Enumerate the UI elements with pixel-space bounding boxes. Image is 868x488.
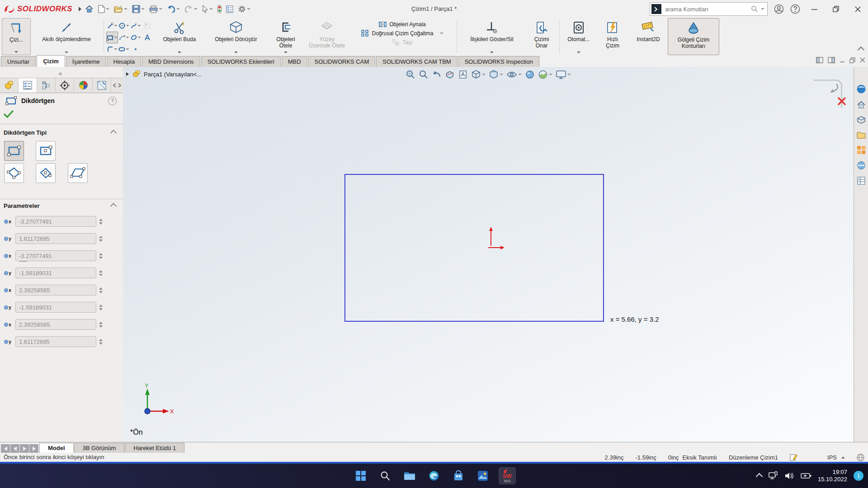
tags-globe-icon[interactable] — [857, 454, 864, 461]
hide-show-items-button[interactable] — [506, 70, 522, 79]
edge-button[interactable] — [425, 467, 443, 484]
zoom-area-button[interactable] — [419, 70, 429, 80]
parallelogram-type-button[interactable] — [68, 163, 88, 183]
auto-dimension-caret-icon[interactable] — [577, 52, 580, 53]
network-icon[interactable] — [768, 471, 778, 480]
parameter-spinner[interactable] — [98, 285, 104, 295]
zoom-fit-button[interactable] — [406, 70, 415, 80]
cancel-sketch-icon[interactable] — [837, 97, 846, 106]
tab-mbd[interactable]: MBD — [282, 56, 307, 67]
line-caret-icon[interactable] — [114, 25, 118, 27]
parameters-section-header[interactable]: Parametreler — [4, 202, 119, 209]
parameter-spinner[interactable] — [98, 251, 104, 261]
next-tab-button[interactable] — [20, 444, 29, 453]
store-button[interactable] — [450, 467, 467, 484]
parameter-spinner[interactable] — [98, 216, 104, 226]
linear-pattern-caret-icon[interactable] — [440, 33, 443, 34]
search-input[interactable] — [664, 5, 748, 13]
design-library-icon[interactable] — [857, 116, 866, 125]
exit-sketch-icon[interactable] — [827, 83, 839, 94]
circle-tool-button[interactable] — [118, 20, 130, 32]
pane-right-icon[interactable] — [828, 57, 835, 63]
first-tab-button[interactable] — [1, 444, 10, 453]
display-delete-relations-button[interactable]: İlişkileri Göster/Sil — [458, 18, 525, 55]
line-tool-button[interactable] — [106, 20, 118, 32]
parameter-spinner[interactable] — [98, 268, 104, 278]
repair-sketch-button[interactable]: Çizimi Onar — [525, 18, 558, 55]
display-style-caret-icon[interactable] — [500, 74, 503, 75]
trim-caret-icon[interactable] — [178, 52, 181, 53]
corner-rectangle-type-button[interactable] — [4, 141, 24, 161]
battery-icon[interactable] — [801, 472, 811, 479]
convert-caret-icon[interactable] — [234, 52, 238, 53]
parameter-input-x2[interactable] — [15, 250, 96, 261]
sketch-caret-icon[interactable] — [14, 51, 18, 53]
parameter-input-y4[interactable] — [15, 336, 96, 347]
annotation-view-button[interactable] — [458, 70, 468, 80]
rectangle-tool-button[interactable] — [106, 32, 118, 43]
unit-system-caret-icon[interactable] — [841, 456, 845, 459]
appearances-scenes-icon[interactable] — [857, 161, 866, 170]
spline-caret-icon[interactable] — [137, 25, 141, 27]
ribbon-collapse-icon[interactable] — [858, 47, 865, 54]
search-caret-icon[interactable] — [761, 8, 764, 10]
center-rectangle-type-button[interactable] — [36, 141, 56, 161]
photos-button[interactable] — [474, 467, 491, 484]
tab-sw-cam-tbm[interactable]: SOLIDWORKS CAM TBM — [376, 56, 457, 67]
unit-system[interactable]: IPS — [827, 454, 837, 461]
file-explorer-pane-icon[interactable] — [857, 131, 866, 139]
model-tab[interactable]: Model — [39, 443, 74, 453]
parameter-input-x3[interactable] — [15, 285, 96, 296]
notification-badge[interactable]: 1 — [854, 471, 863, 481]
parameters-collapse-icon[interactable] — [110, 202, 117, 209]
parameter-spinner[interactable] — [98, 234, 104, 244]
previous-tab-button[interactable] — [10, 444, 19, 453]
fillet-caret-icon[interactable] — [114, 48, 118, 50]
spline-tool-button[interactable] — [130, 20, 142, 32]
hide-show-caret-icon[interactable] — [518, 74, 522, 75]
display-relations-caret-icon[interactable] — [490, 52, 494, 53]
graphics-viewport[interactable]: Parça1 (Varsayılan<... — [123, 67, 854, 442]
edit-appearance-button[interactable] — [525, 70, 535, 80]
tabstrip-right-arrow-icon[interactable] — [118, 83, 122, 88]
ellipse-tool-button[interactable] — [130, 32, 142, 43]
tab-mbd-dimensions[interactable]: MBD Dimensions — [142, 56, 200, 67]
ok-button[interactable] — [4, 110, 14, 118]
search-commands-box[interactable] — [650, 2, 768, 16]
configurationmanager-tab[interactable] — [37, 78, 56, 92]
rectangle-type-section-header[interactable]: Dikdörtgen Tipi — [4, 129, 119, 136]
doc-close-icon[interactable] — [860, 57, 865, 63]
display-style-button[interactable] — [489, 70, 503, 80]
search-icon[interactable] — [751, 5, 758, 13]
instant2d-button[interactable]: Instant2D — [629, 18, 668, 55]
solidworks-taskbar-button[interactable]: SW 2021 — [499, 467, 516, 484]
parameter-spinner[interactable] — [98, 337, 104, 347]
doc-restore-icon[interactable] — [849, 57, 855, 63]
propertymanager-tab[interactable] — [19, 78, 37, 93]
solidworks-resources-icon[interactable] — [856, 84, 866, 94]
circle-caret-icon[interactable] — [126, 25, 129, 27]
mirror-entities-button[interactable]: Objeleri Aynala — [379, 21, 426, 28]
shaded-sketch-contours-button[interactable]: Gölgeli Çizim Konturları — [668, 18, 719, 55]
motion-study-tab[interactable]: Hareket Etüdü 1 — [125, 443, 184, 453]
smart-dimension-button[interactable]: Akıllı ölçümlendirme — [31, 18, 102, 55]
offset-caret-icon[interactable] — [284, 52, 288, 53]
auto-dimension-button[interactable]: Otomat... — [561, 18, 596, 55]
fillet-tool-button[interactable] — [106, 43, 118, 55]
view-orientation-button[interactable] — [471, 70, 486, 80]
extra-manager-tab[interactable] — [93, 78, 111, 92]
pane-left-icon[interactable] — [816, 57, 823, 63]
parameter-input-y3[interactable] — [15, 302, 96, 313]
tab-isaretleme[interactable]: İşaretleme — [66, 56, 106, 67]
point-tool-button[interactable] — [130, 43, 142, 55]
slot-caret-icon[interactable] — [126, 48, 129, 50]
rapid-sketch-button[interactable]: Hızlı Çizim — [596, 18, 629, 55]
rectangle-caret-icon[interactable] — [114, 37, 118, 38]
apply-scene-caret-icon[interactable] — [549, 74, 552, 75]
tab-sw-eklentileri[interactable]: SOLIDWORKS Eklentileri — [201, 56, 281, 67]
three-point-center-rectangle-type-button[interactable] — [36, 163, 56, 183]
3d-views-tab[interactable]: 3B Görünüm — [74, 443, 125, 453]
tabstrip-left-arrow-icon[interactable] — [113, 83, 116, 88]
panel-splitter-handle[interactable] — [59, 72, 62, 75]
tab-unsurlar[interactable]: Unsurlar — [1, 56, 36, 67]
